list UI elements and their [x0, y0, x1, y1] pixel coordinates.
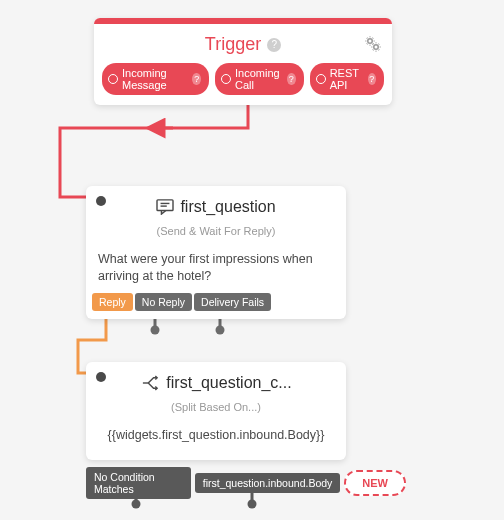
widget-title: first_question	[180, 198, 275, 216]
pill-label: Incoming Call	[235, 67, 283, 91]
trigger-header: Trigger ?	[94, 24, 392, 63]
widget-first-question[interactable]: first_question (Send & Wait For Reply) W…	[86, 186, 346, 319]
widget-body: {{widgets.first_question.inbound.Body}}	[86, 417, 346, 452]
widget-first-question-split[interactable]: first_question_c... (Split Based On...) …	[86, 362, 346, 460]
widget-subtitle: (Send & Wait For Reply)	[110, 225, 322, 237]
trigger-output-incoming-message[interactable]: Incoming Message ?	[102, 63, 209, 95]
output-tab-inbound-body[interactable]: first_question.inbound.Body	[195, 473, 341, 493]
output-tab-no-condition-matches[interactable]: No Condition Matches	[86, 467, 191, 499]
help-icon[interactable]: ?	[368, 73, 376, 85]
widget-body: What were your first impressions when ar…	[86, 241, 346, 293]
widget-title-row: first_question	[156, 198, 275, 216]
svg-point-8	[374, 45, 379, 50]
gear-icon	[364, 35, 382, 53]
pill-label: Incoming Message	[122, 67, 188, 91]
trigger-node[interactable]: Trigger ? Incoming Message ? Incoming Ca…	[94, 18, 392, 105]
widget-header: first_question_c... (Split Based On...)	[86, 362, 346, 417]
svg-point-7	[368, 39, 373, 44]
widget-title: first_question_c...	[166, 374, 291, 392]
radio-icon	[221, 74, 231, 84]
radio-icon	[108, 74, 118, 84]
output-tab-no-reply[interactable]: No Reply	[135, 293, 192, 311]
settings-button[interactable]	[364, 34, 382, 53]
widget-subtitle: (Split Based On...)	[110, 401, 322, 413]
svg-point-5	[132, 500, 141, 509]
widget2-output-tabs: No Condition Matches first_question.inbo…	[86, 467, 406, 499]
help-icon[interactable]: ?	[287, 73, 296, 85]
speech-bubble-icon	[156, 199, 174, 215]
widget-title-row: first_question_c...	[140, 374, 291, 392]
trigger-outputs: Incoming Message ? Incoming Call ? REST …	[94, 63, 392, 95]
trigger-title: Trigger	[205, 34, 261, 55]
help-icon[interactable]: ?	[192, 73, 201, 85]
radio-icon	[316, 74, 326, 84]
pill-label: REST API	[330, 67, 364, 91]
widget-header: first_question (Send & Wait For Reply)	[86, 186, 346, 241]
trigger-output-rest-api[interactable]: REST API ?	[310, 63, 384, 95]
output-tab-reply[interactable]: Reply	[92, 293, 133, 311]
widget-output-tabs: Reply No Reply Delivery Fails	[86, 293, 346, 311]
split-icon	[140, 375, 160, 391]
svg-rect-9	[157, 200, 173, 211]
svg-point-3	[151, 326, 160, 335]
svg-point-4	[216, 326, 225, 335]
trigger-output-incoming-call[interactable]: Incoming Call ?	[215, 63, 304, 95]
input-port[interactable]	[96, 196, 106, 206]
output-tab-delivery-fails[interactable]: Delivery Fails	[194, 293, 271, 311]
add-condition-button[interactable]: NEW	[344, 470, 406, 496]
input-port[interactable]	[96, 372, 106, 382]
help-icon[interactable]: ?	[267, 38, 281, 52]
svg-point-6	[248, 500, 257, 509]
